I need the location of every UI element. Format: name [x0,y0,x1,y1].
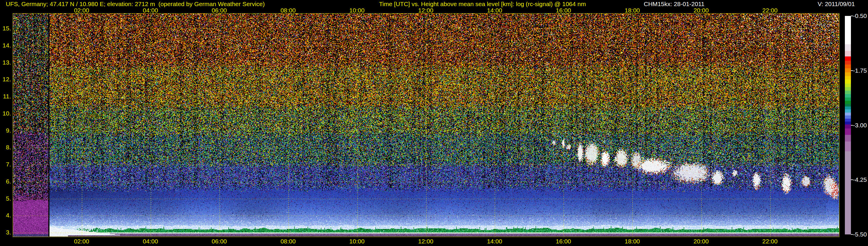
x-tick-label-bottom: 18:00 [625,238,640,245]
station-info-label: UFS, Germany; 47.417 N / 10.980 E; eleva… [6,1,265,7]
y-tick-label: 6. [0,178,11,185]
x-tick-label-bottom: 06:00 [212,238,227,245]
y-tick-label: 10. [0,110,11,117]
x-tick-label-bottom: 04:00 [143,238,158,245]
backscatter-heatmap-canvas [13,13,839,237]
x-tick-label-top: 14:00 [487,7,502,14]
x-tick-label-top: 02:00 [74,7,89,14]
y-tick-label: 11. [0,93,11,100]
x-tick-label-bottom: 08:00 [280,238,296,245]
y-tick-label: 9. [0,127,11,134]
y-tick-label: 7. [0,161,11,168]
x-tick-label-bottom: 02:00 [74,238,89,245]
y-tick-label: 15. [0,25,11,32]
x-tick-label-top: 20:00 [693,7,709,14]
x-tick-label-top: 22:00 [763,7,778,14]
colorbar-tick-mark [851,16,853,16]
plot-title-label: Time [UTC] vs. Height above mean sea lev… [379,1,586,7]
plot-frame [13,13,839,237]
colorbar-tick-label: -1.75 [853,67,867,74]
colorbar-gradient [845,16,851,235]
x-tick-label-top: 04:00 [143,7,158,14]
colorbar-tick-mark [851,70,853,71]
x-tick-label-top: 18:00 [625,7,640,14]
x-tick-label-top: 12:00 [418,7,433,14]
x-tick-label-bottom: 22:00 [763,238,778,245]
y-tick-label: 8. [0,144,11,151]
x-tick-label-top: 06:00 [212,7,227,14]
x-tick-label-top: 10:00 [349,7,365,14]
colorbar-tick-mark [851,179,853,180]
colorbar-tick-mark [851,234,853,235]
colorbar-tick-label: -3.00 [853,122,867,129]
colorbar-tick-label: -0.50 [853,12,867,20]
y-tick-label: 4. [0,212,11,219]
x-tick-label-top: 16:00 [556,7,571,14]
y-tick-label: 5. [0,195,11,202]
instrument-date-label: CHM15kx: 28-01-2011 [644,1,705,7]
y-tick-label: 12. [0,76,11,83]
y-tick-label: 13. [0,59,11,66]
x-tick-label-bottom: 20:00 [693,238,709,245]
ceilometer-quicklook: UFS, Germany; 47.417 N / 10.980 E; eleva… [0,0,868,246]
colorbar-tick-label: -5.50 [853,231,867,238]
version-label: V: 2011/09/01 [818,1,855,7]
x-tick-label-top: 08:00 [280,7,296,14]
x-tick-label-bottom: 16:00 [556,238,571,245]
colorbar-tick-mark [851,125,853,126]
y-tick-label: 3. [0,229,11,236]
y-tick-label: 14. [0,42,11,49]
colorbar-tick-label: -4.25 [853,176,867,183]
x-tick-label-bottom: 10:00 [349,238,365,245]
x-tick-label-bottom: 14:00 [487,238,502,245]
x-tick-label-bottom: 12:00 [418,238,433,245]
